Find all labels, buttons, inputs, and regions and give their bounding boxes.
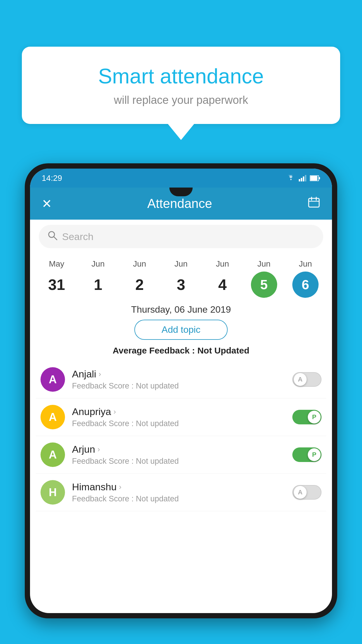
svg-line-12 bbox=[54, 237, 57, 240]
speech-bubble: Smart attendance will replace your paper… bbox=[22, 47, 340, 124]
student-item-2[interactable]: AArjun ›Feedback Score : Not updatedP bbox=[36, 436, 326, 474]
status-bar: 14:29 bbox=[30, 169, 332, 188]
student-info-0: Anjali ›Feedback Score : Not updated bbox=[72, 368, 285, 391]
cal-date-2[interactable]: 2 bbox=[126, 272, 153, 298]
svg-rect-6 bbox=[319, 177, 320, 179]
feedback-score-0: Feedback Score : Not updated bbox=[72, 382, 285, 391]
calendar-day-6[interactable]: Jun6 bbox=[288, 259, 323, 298]
cal-date-4[interactable]: 4 bbox=[209, 272, 236, 298]
cal-date-5[interactable]: 5 bbox=[251, 272, 277, 298]
cal-date-0[interactable]: 31 bbox=[43, 272, 70, 298]
student-name-3[interactable]: Himanshu › bbox=[72, 481, 285, 493]
chevron-icon-1: › bbox=[113, 407, 116, 416]
calendar-row: May31Jun1Jun2Jun3Jun4Jun5Jun6 bbox=[30, 253, 332, 298]
selected-date: Thursday, 06 June 2019 bbox=[30, 304, 332, 315]
attendance-toggle-3[interactable]: A bbox=[292, 485, 321, 500]
svg-rect-5 bbox=[310, 176, 317, 181]
cal-month-2: Jun bbox=[133, 259, 146, 269]
attendance-toggle-2[interactable]: P bbox=[292, 447, 321, 462]
cal-date-3[interactable]: 3 bbox=[168, 272, 194, 298]
feedback-score-2: Feedback Score : Not updated bbox=[72, 457, 285, 466]
avatar-2: A bbox=[41, 442, 65, 467]
status-time: 14:29 bbox=[42, 174, 62, 183]
toggle-container-0[interactable]: A bbox=[292, 372, 321, 387]
speech-bubble-container: Smart attendance will replace your paper… bbox=[22, 47, 340, 140]
toggle-knob-2: P bbox=[308, 448, 321, 461]
toggle-container-1[interactable]: P bbox=[292, 410, 321, 424]
chevron-icon-2: › bbox=[97, 445, 100, 454]
cal-month-1: Jun bbox=[92, 259, 105, 269]
avg-feedback: Average Feedback : Not Updated bbox=[30, 346, 332, 356]
app-title: Attendance bbox=[147, 196, 212, 211]
avg-feedback-value: Not Updated bbox=[197, 346, 249, 355]
search-input[interactable]: Search bbox=[62, 231, 94, 242]
phone-container: 14:29 bbox=[25, 163, 337, 644]
svg-rect-2 bbox=[303, 176, 304, 181]
speech-bubble-arrow bbox=[168, 124, 194, 140]
avatar-1: A bbox=[41, 405, 65, 429]
student-info-2: Arjun ›Feedback Score : Not updated bbox=[72, 444, 285, 466]
cal-month-3: Jun bbox=[174, 259, 187, 269]
student-item-3[interactable]: HHimanshu ›Feedback Score : Not updatedA bbox=[36, 474, 326, 511]
bubble-title: Smart attendance bbox=[45, 64, 317, 88]
calendar-button[interactable] bbox=[307, 196, 320, 211]
student-name-0[interactable]: Anjali › bbox=[72, 368, 285, 380]
chevron-icon-0: › bbox=[99, 370, 101, 379]
student-info-1: Anupriya ›Feedback Score : Not updated bbox=[72, 406, 285, 428]
search-icon bbox=[48, 230, 57, 243]
avatar-0: A bbox=[41, 367, 65, 392]
cal-month-5: Jun bbox=[257, 259, 270, 269]
avg-feedback-label: Average Feedback : bbox=[113, 346, 197, 355]
toggle-container-3[interactable]: A bbox=[292, 485, 321, 500]
calendar-day-3[interactable]: Jun3 bbox=[164, 259, 198, 298]
student-info-3: Himanshu ›Feedback Score : Not updated bbox=[72, 481, 285, 503]
svg-rect-7 bbox=[309, 198, 319, 207]
svg-rect-3 bbox=[305, 175, 306, 181]
calendar-day-4[interactable]: Jun4 bbox=[205, 259, 240, 298]
student-name-1[interactable]: Anupriya › bbox=[72, 406, 285, 417]
avatar-3: H bbox=[41, 480, 65, 505]
cal-month-0: May bbox=[49, 259, 64, 269]
toggle-knob-3: A bbox=[294, 486, 307, 499]
toggle-container-2[interactable]: P bbox=[292, 447, 321, 462]
chevron-icon-3: › bbox=[119, 482, 122, 491]
search-bar[interactable]: Search bbox=[39, 225, 323, 248]
signal-icon bbox=[299, 175, 306, 181]
bubble-subtitle: will replace your paperwork bbox=[45, 94, 317, 106]
attendance-toggle-1[interactable]: P bbox=[292, 410, 321, 424]
toggle-knob-1: P bbox=[308, 411, 321, 424]
svg-rect-0 bbox=[299, 179, 300, 181]
toggle-knob-0: A bbox=[294, 373, 307, 386]
close-button[interactable]: ✕ bbox=[42, 197, 52, 211]
calendar-day-0[interactable]: May31 bbox=[39, 259, 74, 298]
phone-outer: 14:29 bbox=[25, 163, 337, 618]
cal-month-4: Jun bbox=[216, 259, 229, 269]
calendar-day-2[interactable]: Jun2 bbox=[122, 259, 157, 298]
calendar-day-5[interactable]: Jun5 bbox=[247, 259, 282, 298]
status-icons bbox=[287, 175, 320, 181]
student-list: AAnjali ›Feedback Score : Not updatedAAA… bbox=[30, 361, 332, 511]
student-item-1[interactable]: AAnupriya ›Feedback Score : Not updatedP bbox=[36, 398, 326, 436]
student-name-2[interactable]: Arjun › bbox=[72, 444, 285, 455]
svg-rect-1 bbox=[301, 178, 302, 181]
add-topic-button[interactable]: Add topic bbox=[134, 320, 228, 340]
battery-icon bbox=[310, 175, 320, 181]
attendance-toggle-0[interactable]: A bbox=[292, 372, 321, 387]
calendar-day-1[interactable]: Jun1 bbox=[80, 259, 115, 298]
feedback-score-3: Feedback Score : Not updated bbox=[72, 494, 285, 503]
cal-date-1[interactable]: 1 bbox=[85, 272, 111, 298]
feedback-score-1: Feedback Score : Not updated bbox=[72, 419, 285, 428]
wifi-icon bbox=[287, 175, 295, 181]
cal-month-6: Jun bbox=[299, 259, 312, 269]
phone-screen: 14:29 bbox=[30, 169, 332, 613]
student-item-0[interactable]: AAnjali ›Feedback Score : Not updatedA bbox=[36, 361, 326, 398]
cal-date-6[interactable]: 6 bbox=[292, 272, 319, 298]
